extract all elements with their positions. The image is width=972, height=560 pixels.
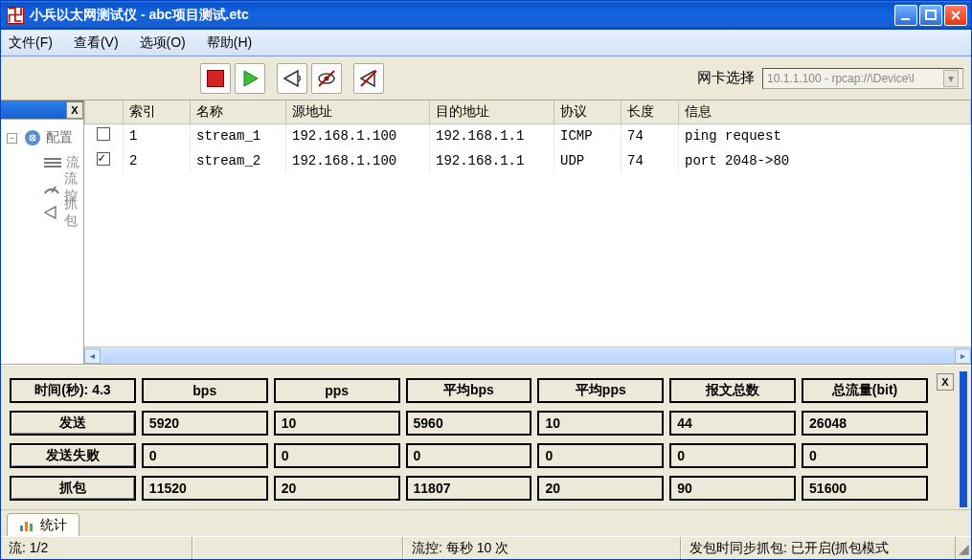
stats-value: 11520 xyxy=(142,476,268,501)
stats-value: 10 xyxy=(537,411,664,436)
stats-col-header: pps xyxy=(274,378,400,403)
menu-help[interactable]: 帮助(H) xyxy=(207,34,252,52)
megaphone-icon xyxy=(43,205,60,220)
table-row[interactable]: 2stream_2192.168.1.100192.168.1.1UDP74po… xyxy=(85,148,971,173)
col-dst[interactable]: 目的地址 xyxy=(430,101,554,123)
stats-row-button[interactable]: 发送失败 xyxy=(10,443,136,468)
menu-file[interactable]: 文件(F) xyxy=(9,34,53,52)
gauge-icon xyxy=(43,180,60,195)
close-button[interactable] xyxy=(944,5,967,26)
col-name[interactable]: 名称 xyxy=(191,101,286,123)
stop-icon xyxy=(207,70,224,87)
sidebar-close-button[interactable]: X xyxy=(66,101,83,119)
stats-value: 5920 xyxy=(142,411,268,436)
main-panel: 索引 名称 源地址 目的地址 协议 长度 信息 1stream_1192.168… xyxy=(84,101,971,364)
announce-button[interactable] xyxy=(277,63,307,94)
status-streams: 流: 1/2 xyxy=(1,537,192,559)
tree-root-config[interactable]: − 配置 xyxy=(5,125,79,150)
tab-statistics[interactable]: 统计 xyxy=(7,513,79,536)
stats-row-button[interactable]: 发送 xyxy=(10,411,136,436)
stats-value: 10 xyxy=(274,411,400,436)
megaphone-icon xyxy=(282,68,303,89)
cell-proto: ICMP xyxy=(554,123,622,148)
eye-slash-icon xyxy=(316,68,337,89)
menu-options[interactable]: 选项(O) xyxy=(140,34,186,52)
col-src[interactable]: 源地址 xyxy=(286,101,430,123)
cell-dst: 192.168.1.1 xyxy=(430,148,554,173)
no-view-button[interactable] xyxy=(311,63,342,94)
maximize-button[interactable] xyxy=(919,5,942,26)
menu-view[interactable]: 查看(V) xyxy=(74,34,119,52)
cell-index: 1 xyxy=(124,123,191,148)
col-len[interactable]: 长度 xyxy=(622,101,679,123)
horizontal-scrollbar[interactable]: ◂ ▸ xyxy=(84,347,971,364)
cell-src: 192.168.1.100 xyxy=(286,148,430,173)
tree-item-label: 流 xyxy=(66,154,79,171)
stats-value: 51600 xyxy=(802,476,928,501)
chevron-down-icon: ▾ xyxy=(943,70,959,87)
row-checkbox[interactable] xyxy=(97,152,110,166)
svg-rect-0 xyxy=(901,18,910,20)
cell-dst: 192.168.1.1 xyxy=(430,123,554,148)
svg-rect-1 xyxy=(926,11,936,19)
stats-col-header: 平均bps xyxy=(406,378,532,403)
menu-bar: 文件(F) 查看(V) 选项(O) 帮助(H) xyxy=(1,30,971,56)
play-button[interactable] xyxy=(235,63,265,94)
resize-grip-icon[interactable]: ◢ xyxy=(956,541,971,556)
bar-chart-icon xyxy=(19,519,34,532)
stats-col-header: 报文总数 xyxy=(669,378,796,403)
stop-button[interactable] xyxy=(200,63,231,94)
stats-value: 0 xyxy=(802,443,928,468)
cell-info: port 2048->80 xyxy=(679,148,971,173)
scroll-track[interactable] xyxy=(101,348,955,364)
stats-col-header: 总流量(bit) xyxy=(802,378,928,403)
cell-name: stream_2 xyxy=(191,148,286,173)
stats-value: 0 xyxy=(669,443,796,468)
cell-len: 74 xyxy=(622,148,679,173)
stats-value: 0 xyxy=(142,443,268,468)
col-check[interactable] xyxy=(85,101,124,123)
tree-root-label: 配置 xyxy=(46,129,73,146)
stats-time: 时间(秒): 4.3 xyxy=(10,378,136,403)
col-index[interactable]: 索引 xyxy=(124,101,191,123)
stats-value: 0 xyxy=(274,443,400,468)
collapse-icon[interactable]: − xyxy=(7,133,17,144)
toolbar: 网卡选择 10.1.1.100 - rpcap://\Device\I ▾ xyxy=(1,56,971,101)
stats-value: 20 xyxy=(274,476,400,501)
status-capture: 发包时同步抓包: 已开启(抓包模式 xyxy=(681,537,956,559)
cell-info: ping request xyxy=(679,123,971,148)
stats-close-button[interactable]: X xyxy=(937,373,954,391)
cell-index: 2 xyxy=(124,148,191,173)
svg-rect-15 xyxy=(20,526,23,531)
status-flowcontrol: 流控: 每秒 10 次 xyxy=(403,537,681,559)
no-announce-button[interactable] xyxy=(353,63,384,94)
nic-select[interactable]: 10.1.1.100 - rpcap://\Device\I ▾ xyxy=(762,68,963,89)
sidebar: X − 配置 流 xyxy=(1,101,84,364)
stats-value: 44 xyxy=(669,411,796,436)
scroll-left-icon[interactable]: ◂ xyxy=(84,348,101,364)
nic-select-value: 10.1.1.100 - rpcap://\Device\I xyxy=(767,72,915,85)
stats-value: 0 xyxy=(537,443,664,468)
stats-value: 20 xyxy=(537,476,664,501)
stats-row-button[interactable]: 抓包 xyxy=(10,476,136,501)
tree-item-capture[interactable]: 抓包 xyxy=(5,200,79,225)
minimize-button[interactable] xyxy=(894,5,917,26)
col-info[interactable]: 信息 xyxy=(679,101,971,123)
cell-name: stream_1 xyxy=(191,123,286,148)
stats-value: 90 xyxy=(669,476,796,501)
table-row[interactable]: 1stream_1192.168.1.100192.168.1.1ICMP74p… xyxy=(85,123,971,148)
title-bar: 卍 小兵以太网测试仪 - abc项目测试.etc xyxy=(1,1,971,30)
row-checkbox[interactable] xyxy=(97,127,110,141)
cell-len: 74 xyxy=(622,123,679,148)
scroll-right-icon[interactable]: ▸ xyxy=(955,348,971,364)
col-proto[interactable]: 协议 xyxy=(554,101,622,123)
config-tree: − 配置 流 流控 xyxy=(1,120,83,231)
tab-label: 统计 xyxy=(40,517,67,534)
nic-label: 网卡选择 xyxy=(697,69,755,87)
stats-tab-bar: 统计 xyxy=(1,509,971,536)
stats-value: 11807 xyxy=(406,476,532,501)
svg-rect-17 xyxy=(30,524,33,531)
app-icon: 卍 xyxy=(7,7,24,24)
cell-src: 192.168.1.100 xyxy=(286,123,430,148)
stats-panel: 时间(秒): 4.3bpspps平均bps平均pps报文总数总流量(bit)发送… xyxy=(1,365,971,509)
